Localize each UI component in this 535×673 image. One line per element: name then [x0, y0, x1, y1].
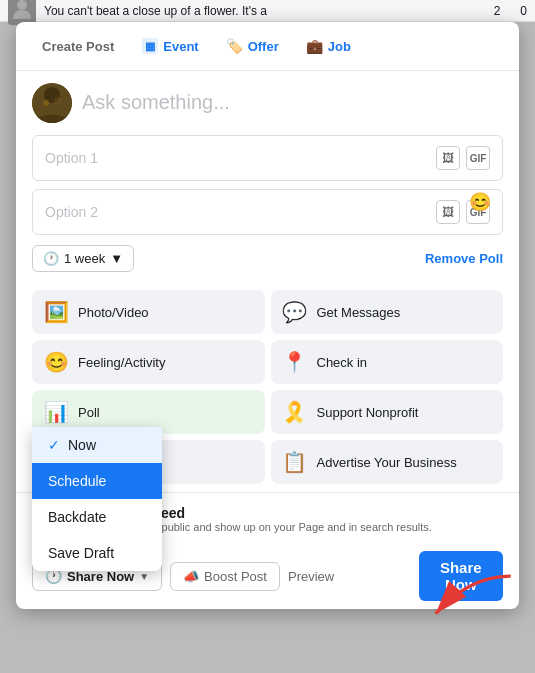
- tab-offer[interactable]: 🏷️ Offer: [217, 32, 289, 60]
- top-bar-post-text: You can't beat a close up of a flower. I…: [44, 4, 494, 18]
- tab-job[interactable]: 💼 Job: [297, 32, 361, 60]
- action-feeling-activity-label: Feeling/Activity: [78, 355, 165, 370]
- count-1: 2: [494, 4, 501, 18]
- dropdown-item-backdate[interactable]: Backdate: [32, 499, 162, 535]
- post-placeholder[interactable]: Ask something...: [82, 83, 503, 114]
- user-avatar: [32, 83, 72, 123]
- dropdown-item-save-draft[interactable]: Save Draft: [32, 535, 162, 571]
- count-2: 0: [520, 4, 527, 18]
- duration-label: 1 week: [64, 251, 105, 266]
- duration-row: 🕐 1 week ▼ Remove Poll: [16, 235, 519, 282]
- action-get-messages-label: Get Messages: [317, 305, 401, 320]
- dropdown-item-schedule[interactable]: Schedule: [32, 463, 162, 499]
- preview-label: Preview: [288, 569, 334, 584]
- emoji-picker-icon[interactable]: 😊: [469, 191, 491, 213]
- create-post-label: Create Post: [42, 39, 114, 54]
- remove-poll-button[interactable]: Remove Poll: [425, 251, 503, 266]
- poll-option-2[interactable]: Option 2 🖼 GIF: [32, 189, 503, 235]
- preview-button[interactable]: Preview: [288, 569, 334, 584]
- get-messages-icon: 💬: [281, 298, 309, 326]
- clock-icon: 🕐: [43, 251, 59, 266]
- top-bar-avatar: [8, 0, 36, 25]
- avatar-image: [32, 83, 72, 123]
- option-1-photo-icon[interactable]: 🖼: [436, 146, 460, 170]
- action-advertise[interactable]: 📋 Advertise Your Business: [271, 440, 504, 484]
- svg-point-5: [43, 100, 49, 106]
- share-now-caret-icon: ▼: [139, 571, 149, 582]
- option-2-photo-icon[interactable]: 🖼: [436, 200, 460, 224]
- event-icon: ▦: [142, 38, 158, 54]
- boost-icon: 📣: [183, 569, 199, 584]
- tab-offer-label: Offer: [248, 39, 279, 54]
- tab-event-label: Event: [163, 39, 198, 54]
- tab-create-post[interactable]: Create Post: [32, 33, 124, 60]
- action-get-messages[interactable]: 💬 Get Messages: [271, 290, 504, 334]
- option-1-gif-icon[interactable]: GIF: [466, 146, 490, 170]
- top-bar-counts: 2 0: [494, 4, 527, 18]
- boost-post-button[interactable]: 📣 Boost Post: [170, 562, 280, 591]
- share-dropdown-menu: ✓ Now Schedule Backdate Save Draft: [32, 427, 162, 571]
- tabs-bar: Create Post ▦ Event 🏷️ Offer 💼 Job: [16, 22, 519, 71]
- photo-video-icon: 🖼️: [42, 298, 70, 326]
- feeling-activity-icon: 😊: [42, 348, 70, 376]
- post-modal: Create Post ▦ Event 🏷️ Offer 💼 Job: [16, 22, 519, 609]
- option-1-placeholder: Option 1: [45, 150, 98, 166]
- red-arrow-indicator: [419, 567, 519, 631]
- support-nonprofit-icon: 🎗️: [281, 398, 309, 426]
- backdate-label: Backdate: [48, 509, 106, 525]
- action-support-nonprofit[interactable]: 🎗️ Support Nonprofit: [271, 390, 504, 434]
- tab-event[interactable]: ▦ Event: [132, 32, 208, 60]
- poll-options: Option 1 🖼 GIF Option 2 🖼 GIF: [16, 135, 519, 235]
- duration-button[interactable]: 🕐 1 week ▼: [32, 245, 134, 272]
- news-feed-info: News Feed Posts are public and show up o…: [112, 505, 503, 533]
- action-photo-video-label: Photo/Video: [78, 305, 149, 320]
- action-photo-video[interactable]: 🖼️ Photo/Video: [32, 290, 265, 334]
- action-support-nonprofit-label: Support Nonprofit: [317, 405, 419, 420]
- offer-icon: 🏷️: [227, 38, 243, 54]
- boost-post-label: Boost Post: [204, 569, 267, 584]
- news-feed-description: Posts are public and show up on your Pag…: [112, 521, 503, 533]
- post-input-area: Ask something... 😊: [16, 71, 519, 135]
- action-feeling-activity[interactable]: 😊 Feeling/Activity: [32, 340, 265, 384]
- save-draft-label: Save Draft: [48, 545, 114, 561]
- advertise-icon: 📋: [281, 448, 309, 476]
- option-2-placeholder: Option 2: [45, 204, 98, 220]
- job-icon: 💼: [307, 38, 323, 54]
- chevron-down-icon: ▼: [110, 251, 123, 266]
- schedule-label: Schedule: [48, 473, 106, 489]
- action-check-in[interactable]: 📍 Check in: [271, 340, 504, 384]
- dropdown-now-label: Now: [68, 437, 96, 453]
- svg-point-6: [54, 97, 62, 105]
- option-1-icons: 🖼 GIF: [436, 146, 490, 170]
- action-check-in-label: Check in: [317, 355, 368, 370]
- action-advertise-label: Advertise Your Business: [317, 455, 457, 470]
- action-poll-label: Poll: [78, 405, 100, 420]
- poll-icon: 📊: [42, 398, 70, 426]
- top-bar: You can't beat a close up of a flower. I…: [0, 0, 535, 22]
- dropdown-item-now[interactable]: ✓ Now: [32, 427, 162, 463]
- now-checkmark-icon: ✓: [48, 437, 60, 453]
- tab-job-label: Job: [328, 39, 351, 54]
- news-feed-title: News Feed: [112, 505, 503, 521]
- check-in-icon: 📍: [281, 348, 309, 376]
- poll-option-1[interactable]: Option 1 🖼 GIF: [32, 135, 503, 181]
